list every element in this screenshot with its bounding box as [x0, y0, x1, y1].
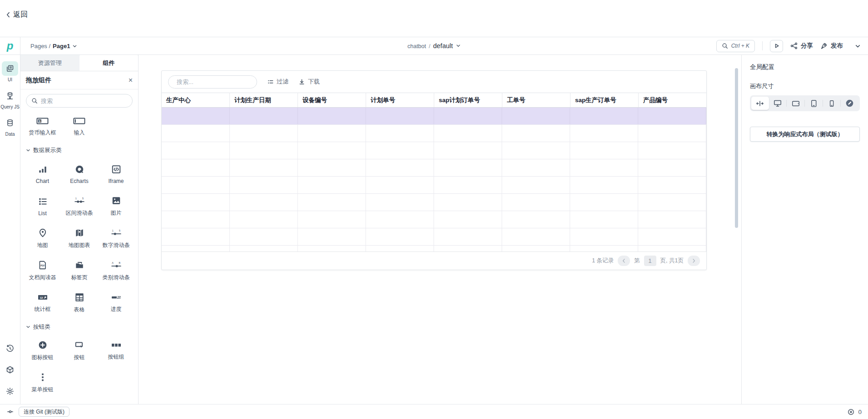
chevron-down-icon	[456, 43, 461, 48]
column-header[interactable]: 设备编号	[298, 93, 366, 107]
global-search-button[interactable]: Ctrl + K	[716, 40, 755, 52]
column-header[interactable]: 工单号	[502, 93, 570, 107]
table-row[interactable]	[162, 228, 706, 246]
canvas-size-custom-edit[interactable]	[841, 97, 858, 110]
component-item-chart[interactable]: Chart	[24, 158, 61, 190]
component-item-image[interactable]: 图片	[98, 190, 134, 222]
gear-icon[interactable]	[5, 387, 15, 396]
component-item-label: 数字滑动条	[103, 242, 130, 249]
column-header[interactable]: 生产中心	[162, 93, 229, 107]
column-header[interactable]: 计划生产日期	[229, 93, 298, 107]
table-row[interactable]	[162, 142, 706, 159]
canvas-size-desktop[interactable]	[769, 97, 787, 110]
component-item-table[interactable]: 表格	[61, 287, 98, 319]
panel-tabs: 资源管理 组件	[20, 55, 138, 71]
component-item-document-viewer[interactable]: PDF 文档阅读器	[24, 255, 61, 287]
rail-item-ui[interactable]: UI	[2, 61, 18, 82]
component-item-map-chart[interactable]: 地图图表	[61, 222, 98, 255]
component-item-progress[interactable]: 进度	[98, 287, 134, 319]
component-panel: 资源管理 组件 拖放组件 × $ 货币输入框 输入 数据展示类 Chart	[20, 55, 139, 404]
tab-components[interactable]: 组件	[79, 55, 139, 71]
component-item-echarts[interactable]: Echarts	[61, 158, 98, 190]
tabs-icon	[74, 260, 84, 270]
component-item-category-slider[interactable]: AB 类别滑动条	[98, 255, 134, 287]
convert-responsive-button[interactable]: 转换为响应式布局（测试版）	[750, 127, 860, 142]
column-header[interactable]: 产品编号	[638, 93, 706, 107]
icon-button-icon	[38, 340, 48, 350]
svg-text:1: 1	[75, 197, 76, 200]
close-icon[interactable]: ×	[129, 77, 133, 84]
publish-options-chevron-icon[interactable]	[855, 43, 861, 49]
share-button[interactable]: 分享	[790, 42, 813, 50]
app-logo[interactable]: p	[0, 37, 20, 54]
component-item-button[interactable]: 按钮	[61, 335, 98, 367]
component-grid: $ 货币输入框 输入 数据展示类 Chart Echarts Iframe Li…	[20, 109, 138, 399]
breadcrumb[interactable]: Pages / Page1	[30, 43, 77, 49]
next-page-button[interactable]	[688, 256, 700, 266]
component-item-stat-box[interactable]: 12 统计框	[24, 287, 61, 319]
canvas-scrollbar[interactable]	[735, 68, 738, 228]
table-row[interactable]	[162, 159, 706, 177]
error-indicator[interactable]: 0	[848, 409, 862, 415]
component-item-list[interactable]: List	[24, 190, 61, 222]
filter-button[interactable]: 过滤	[267, 78, 288, 86]
rail-item-data[interactable]: Data	[2, 116, 18, 137]
table-row[interactable]	[162, 246, 706, 251]
column-header[interactable]: sap计划订单号	[434, 93, 502, 107]
currency-input-icon: $	[36, 117, 49, 125]
component-item-map[interactable]: 地图	[24, 222, 61, 255]
table-row-selected[interactable]	[162, 108, 706, 125]
canvas-size-tablet-portrait[interactable]	[805, 97, 823, 110]
component-item-menu-button[interactable]: 菜单按钮	[24, 367, 61, 399]
connect-git-button[interactable]: 连接 Git (测试版)	[19, 407, 69, 417]
canvas-size-tablet-landscape[interactable]	[787, 97, 804, 110]
component-item-label: 地图图表	[69, 242, 90, 249]
svg-text:PDF: PDF	[40, 264, 45, 267]
publish-button[interactable]: 发布	[820, 42, 843, 50]
component-item-number-slider[interactable]: 15 数字滑动条	[98, 222, 134, 255]
column-header[interactable]: sap生产订单号	[570, 93, 638, 107]
back-button[interactable]: 返回	[5, 10, 28, 20]
group-title: 按钮类	[33, 323, 50, 331]
component-item-label: 输入	[74, 129, 85, 137]
app-env-switcher[interactable]: chatbot / default	[407, 42, 461, 49]
component-item-icon-button[interactable]: 图标按钮	[24, 335, 61, 367]
component-search-input[interactable]	[41, 98, 127, 104]
component-item-range-slider[interactable]: 15 区间滑动条	[61, 190, 98, 222]
menu-button-icon	[38, 372, 48, 382]
component-item-label: 区间滑动条	[66, 209, 93, 217]
preview-play-button[interactable]	[770, 40, 783, 52]
history-icon[interactable]	[5, 344, 15, 353]
group-header-data-display[interactable]: 数据展示类	[24, 143, 134, 158]
table-row[interactable]	[162, 177, 706, 194]
editor-canvas[interactable]: 过滤 下载 生产中心 计划生产日期 设备编号 计划单号 sap计划订单号 工单号…	[139, 55, 741, 404]
prev-page-button[interactable]	[618, 256, 630, 266]
category-slider-icon: AB	[111, 260, 122, 270]
publish-label: 发布	[831, 42, 843, 50]
component-item-label: 按钮	[74, 354, 85, 361]
download-button[interactable]: 下载	[298, 78, 320, 86]
component-item-label: 文档阅读器	[29, 274, 56, 281]
table-row[interactable]	[162, 194, 706, 211]
component-item-currency-input[interactable]: $ 货币输入框	[24, 110, 61, 143]
column-header[interactable]: 计划单号	[366, 93, 434, 107]
component-item-button-group[interactable]: 按钮组	[98, 335, 134, 367]
table-row[interactable]	[162, 211, 706, 228]
tab-resources[interactable]: 资源管理	[20, 55, 79, 71]
component-item-tabs[interactable]: 标签页	[61, 255, 98, 287]
chevron-left-icon	[5, 12, 11, 18]
button-icon	[74, 340, 84, 350]
canvas-size-mobile[interactable]	[823, 97, 841, 110]
rail-item-query-js[interactable]: Query JS	[0, 89, 20, 109]
cube-icon[interactable]	[5, 365, 15, 375]
component-item-input[interactable]: 输入	[61, 110, 98, 143]
canvas-size-fluid[interactable]	[751, 97, 769, 110]
component-item-iframe[interactable]: Iframe	[98, 158, 134, 190]
table-widget[interactable]: 过滤 下载 生产中心 计划生产日期 设备编号 计划单号 sap计划订单号 工单号…	[161, 70, 707, 270]
group-header-buttons[interactable]: 按钮类	[24, 319, 134, 335]
svg-text:1: 1	[112, 229, 113, 232]
component-item-label: 货币输入框	[29, 129, 56, 137]
table-row[interactable]	[162, 125, 706, 142]
page-number-box[interactable]: 1	[644, 256, 656, 266]
table-search-input[interactable]	[177, 79, 257, 85]
